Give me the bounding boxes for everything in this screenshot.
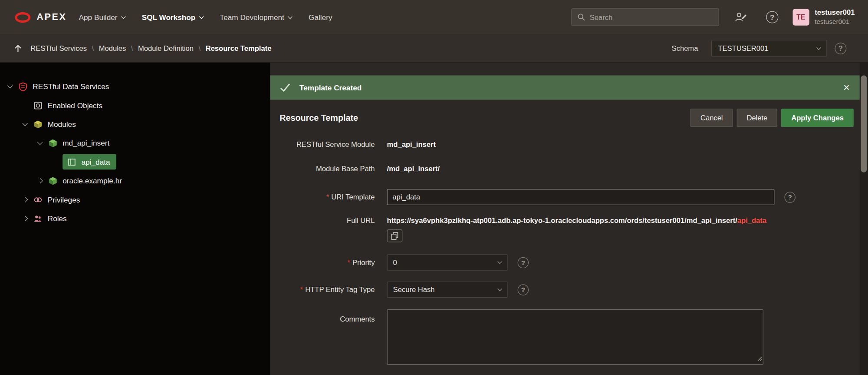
chevron-down-icon [816,45,821,50]
question-mark-icon: ? [838,44,843,52]
brand-name: APEX [36,12,66,23]
banner-close-button[interactable]: × [843,82,850,93]
chevron-right-icon[interactable] [18,198,33,201]
copy-url-button[interactable] [387,229,403,242]
menu-gallery-label: Gallery [309,13,332,21]
main-menu: App Builder SQL Workshop Team Developmen… [79,13,332,21]
delete-button[interactable]: Delete [736,109,777,127]
success-banner: Template Created × [270,75,859,100]
question-mark-icon: ? [788,193,792,201]
required-marker: * [347,258,350,266]
schema-label: Schema [672,44,698,52]
navbar-right: ? TE testuser001 testuser001 [571,8,855,26]
user-name: testuser001 [815,9,855,18]
tree-item-label: RESTful Data Services [33,82,109,90]
tree-item-label: Privileges [48,196,80,204]
apex-logo[interactable]: APEX [15,12,66,23]
tree-item-roles[interactable]: Roles [0,209,270,228]
user-avatar[interactable]: TE [792,9,809,25]
tree-item-modules[interactable]: Modules [0,115,270,133]
chevron-down-icon[interactable] [18,123,33,125]
base-path-value: /md_api_insert/ [387,165,440,173]
admin-services-button[interactable] [734,12,747,23]
schema-select[interactable]: TESTUSER001 [711,40,827,56]
priority-selected-value: 0 [393,258,397,266]
menu-app-builder[interactable]: App Builder [79,13,125,21]
comments-textarea[interactable] [387,309,763,365]
breadcrumb-bar: RESTful Services \ Modules \ Module Defi… [0,34,868,63]
tree-item-label: Enabled Objects [48,101,102,110]
form-row-full-url: Full URL https://sya6vphk3pzlkhq-atp001.… [270,216,859,242]
avatar-initials: TE [796,13,805,21]
close-icon: × [843,81,850,93]
chevron-down-icon [497,259,502,264]
full-url-label: Full URL [270,216,375,224]
apply-changes-button[interactable]: Apply Changes [781,109,854,127]
breadcrumb-restful-services[interactable]: RESTful Services [30,44,87,52]
chevron-down-icon[interactable] [3,86,17,87]
form-row-module: RESTful Service Module md_api_insert [270,140,859,149]
up-level-button[interactable] [13,43,23,53]
menu-team-development[interactable]: Team Development [220,13,292,21]
uri-template-input[interactable] [387,189,775,205]
search-input[interactable] [590,13,713,21]
full-url-block: https://sya6vphk3pzlkhq-atp001.adb.ap-to… [387,216,767,242]
comments-textarea-wrap [387,309,763,365]
search-icon [577,13,585,21]
required-marker: * [300,285,303,294]
menu-sql-workshop[interactable]: SQL Workshop [142,13,204,21]
breadcrumb-module-definition[interactable]: Module Definition [138,44,194,52]
menu-gallery[interactable]: Gallery [309,13,332,21]
schema-area: Schema TESTUSER001 ? [672,40,847,56]
tree-item-label: md_api_insert [62,139,109,147]
question-mark-icon: ? [521,286,525,294]
tree-item-enabled-objects[interactable]: Enabled Objects [0,96,270,115]
module-cube-icon [48,138,58,148]
chevron-down-icon[interactable] [33,142,47,144]
user-menu[interactable]: testuser001 testuser001 [815,9,855,26]
cancel-button[interactable]: Cancel [690,109,733,127]
privileges-icon [33,195,43,205]
priority-select[interactable]: 0 [387,254,508,270]
checkmark-icon [279,81,291,93]
breadcrumb: RESTful Services \ Modules \ Module Defi… [30,44,271,52]
banner-message: Template Created [299,83,362,92]
form-row-comments: Comments [270,309,859,365]
chevron-down-icon [497,286,502,291]
page-header: Resource Template Cancel Delete Apply Ch… [270,109,859,127]
tree-item-privileges[interactable]: Privileges [0,190,270,209]
chevron-right-icon[interactable] [18,216,33,220]
etag-help-button[interactable]: ? [518,284,529,295]
priority-help-button[interactable]: ? [518,257,529,268]
tree-item-label: Modules [48,120,76,128]
tree-item-api-data[interactable]: api_data [0,153,270,171]
user-edit-icon [734,12,747,23]
chevron-down-icon [288,14,293,19]
uri-template-help-button[interactable]: ? [784,192,796,203]
menu-app-builder-label: App Builder [79,13,118,21]
menu-team-development-label: Team Development [220,13,284,21]
global-search[interactable] [571,8,719,26]
schema-help-button[interactable]: ? [835,43,846,54]
top-navbar: APEX App Builder SQL Workshop Team Devel… [0,0,868,34]
scrollbar-thumb[interactable] [861,75,867,172]
full-url-highlight: api_data [737,216,766,224]
menu-sql-workshop-label: SQL Workshop [142,13,196,21]
form-row-priority: *Priority 0 ? [270,254,859,270]
arrow-up-icon [13,43,23,53]
tree-item-oracle-example-hr[interactable]: oracle.example.hr [0,171,270,190]
tree-item-md-api-insert[interactable]: md_api_insert [0,133,270,152]
vertical-scrollbar[interactable] [860,63,868,375]
restful-services-tree: RESTful Data Services Enabled Objects [0,63,270,375]
breadcrumb-modules[interactable]: Modules [99,44,126,52]
copy-icon [391,232,399,240]
roles-icon [33,213,43,223]
tree-item-restful-data-services[interactable]: RESTful Data Services [0,77,270,96]
chevron-down-icon [121,14,126,19]
module-cube-icon [33,119,43,129]
chevron-right-icon[interactable] [33,179,47,183]
apex-window: APEX App Builder SQL Workshop Team Devel… [0,0,868,375]
enabled-objects-icon [33,100,43,110]
etag-select[interactable]: Secure Hash [387,282,508,298]
help-button[interactable]: ? [766,11,778,23]
